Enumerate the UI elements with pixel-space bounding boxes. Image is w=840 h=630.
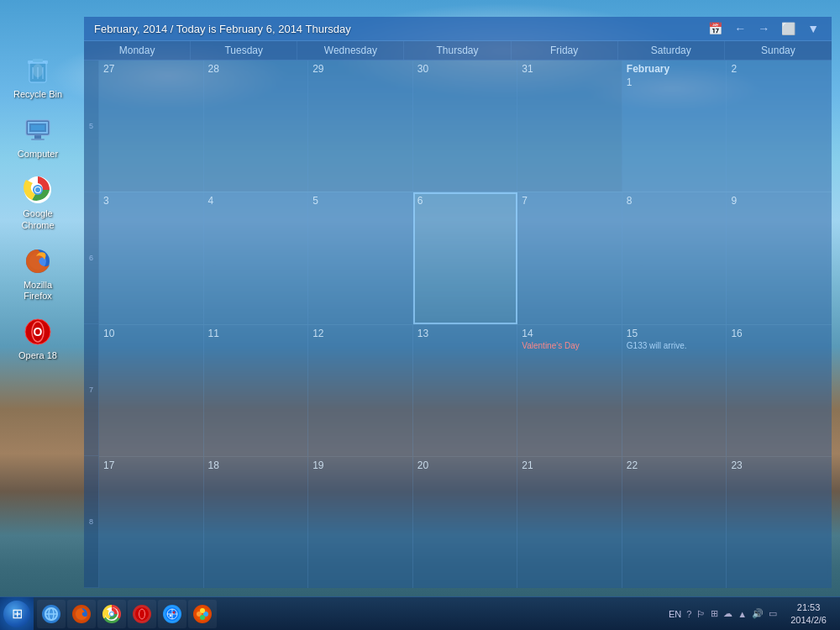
date-feb7: 7: [522, 195, 617, 207]
svg-point-16: [35, 187, 40, 192]
chrome-image: [21, 173, 55, 207]
sys-tray-items: EN ? 🏳 ⊞ ☁ ▲ 🔊 ▭: [665, 608, 780, 619]
date-feb5: 5: [312, 195, 408, 207]
taskbar-firefox[interactable]: [67, 600, 96, 628]
calendar-body: 5 6 7 8 27 28 29 30: [84, 60, 832, 588]
chrome-label: Google Chrome: [12, 208, 64, 230]
calendar-grid-btn[interactable]: 📅: [706, 22, 725, 35]
date-feb22: 22: [627, 459, 722, 471]
week-label-6: 6: [84, 192, 98, 324]
start-button[interactable]: [0, 597, 34, 631]
battery-icon[interactable]: ▭: [769, 608, 777, 619]
cal-cell-feb1[interactable]: February 1: [622, 60, 727, 192]
chrome-icon[interactable]: Google Chrome: [8, 170, 67, 234]
taskbar-chrome-icon: [102, 605, 121, 623]
calendar-header: February, 2014 / Today is February 6, 20…: [84, 17, 832, 41]
february-label: February: [627, 63, 722, 75]
g133-event: G133 will arrive.: [627, 341, 722, 350]
day-header-friday: Friday: [512, 41, 618, 60]
recycle-bin-icon[interactable]: Recycle Bin: [8, 50, 67, 103]
cal-cell-feb10[interactable]: 10: [99, 325, 204, 456]
taskbar-ff-icon: [72, 605, 91, 623]
opera-icon[interactable]: O Opera 18: [8, 312, 67, 365]
cal-cell-jan30[interactable]: 30: [413, 60, 518, 192]
cal-cell-feb23[interactable]: 23: [727, 457, 832, 588]
recycle-bin-image: [21, 54, 55, 87]
cal-cell-feb6[interactable]: 6: [413, 192, 518, 323]
calendar-prev-btn[interactable]: ←: [732, 22, 748, 35]
date-feb1: 1: [627, 76, 722, 88]
cal-cell-feb17[interactable]: 17: [99, 457, 204, 588]
calendar-row-1: 27 28 29 30 31 February 1: [99, 60, 832, 192]
ie-icon: [42, 605, 60, 623]
windows-flag-icon[interactable]: 🏳: [696, 609, 706, 619]
computer-icon[interactable]: Computer: [8, 110, 67, 163]
cal-cell-jan27[interactable]: 27: [99, 60, 204, 192]
network-icon[interactable]: ⊞: [711, 608, 718, 619]
svg-rect-10: [31, 139, 45, 140]
taskbar-safari-icon: [163, 605, 181, 623]
cal-cell-feb13[interactable]: 13: [413, 325, 518, 456]
day-header-tuesday: Tuesday: [191, 41, 297, 60]
volume-icon[interactable]: 🔊: [752, 608, 764, 619]
taskbar-ie[interactable]: [37, 600, 66, 628]
cal-cell-feb21[interactable]: 21: [517, 457, 622, 588]
calendar-widget: February, 2014 / Today is February 6, 20…: [84, 17, 832, 588]
cal-cell-feb2[interactable]: 2: [727, 60, 832, 192]
date-feb11: 11: [208, 328, 304, 339]
cal-cell-feb5[interactable]: 5: [308, 192, 413, 323]
taskbar-extras-btn[interactable]: ▲: [738, 609, 747, 619]
cal-cell-feb19[interactable]: 19: [308, 457, 413, 588]
cal-cell-feb11[interactable]: 11: [204, 325, 309, 456]
cal-cell-feb20[interactable]: 20: [413, 457, 518, 588]
date-jan31: 31: [522, 63, 617, 75]
week-label-5: 5: [84, 60, 98, 192]
calendar-controls: 📅 ← → ⬜ ▼: [706, 22, 822, 35]
taskbar: EN ? 🏳 ⊞ ☁ ▲ 🔊 ▭ 21:53 2014/2/6: [0, 596, 840, 630]
clock-area[interactable]: 21:53 2014/2/6: [784, 601, 833, 626]
date-feb21: 21: [522, 459, 617, 471]
cal-cell-feb16[interactable]: 16: [727, 325, 832, 456]
taskbar-opera[interactable]: [128, 600, 156, 628]
start-orb: [3, 601, 30, 627]
cal-cell-feb3[interactable]: 3: [99, 192, 204, 323]
date-jan27: 27: [103, 63, 199, 75]
svg-point-29: [110, 612, 113, 616]
taskbar-safari[interactable]: [158, 600, 186, 628]
taskbar-chrome[interactable]: [97, 600, 126, 628]
date-feb6: 6: [417, 195, 513, 207]
cal-cell-feb12[interactable]: 12: [308, 325, 413, 456]
firefox-label: Mozilla Firefox: [12, 280, 64, 302]
svg-rect-9: [34, 135, 41, 139]
date-feb14: 14: [522, 328, 617, 339]
cal-cell-feb7[interactable]: 7: [517, 192, 622, 323]
calendar-next-btn[interactable]: →: [755, 22, 772, 35]
cal-cell-jan31[interactable]: 31: [517, 60, 622, 192]
opera-image: O: [21, 315, 55, 349]
date-feb9: 9: [731, 195, 827, 207]
cal-cell-feb9[interactable]: 9: [727, 192, 832, 323]
cal-cell-feb22[interactable]: 22: [622, 457, 727, 588]
help-icon[interactable]: ?: [686, 609, 691, 619]
cal-cell-feb18[interactable]: 18: [204, 457, 309, 588]
svg-point-6: [33, 64, 43, 77]
taskbar-apps: [34, 597, 659, 630]
cal-cell-feb15[interactable]: 15 G133 will arrive.: [622, 325, 727, 456]
firefox-image: [21, 244, 55, 278]
cal-cell-jan29[interactable]: 29: [308, 60, 413, 192]
firefox-icon[interactable]: Mozilla Firefox: [8, 241, 67, 305]
taskbar-extra[interactable]: [188, 600, 217, 628]
date-feb2: 2: [731, 63, 827, 75]
calendar-dropdown-btn[interactable]: ▼: [805, 22, 822, 35]
taskbar-extra-icon: [193, 605, 212, 623]
cal-cell-feb14[interactable]: 14 Valentine's Day: [517, 325, 622, 456]
svg-rect-2: [33, 59, 43, 62]
day-header-thursday: Thursday: [404, 41, 511, 60]
clock-time: 21:53: [797, 601, 821, 613]
cal-cell-feb4[interactable]: 4: [204, 192, 309, 323]
calendar-view-btn[interactable]: ⬜: [779, 22, 798, 35]
cal-cell-feb8[interactable]: 8: [622, 192, 727, 323]
cloud-icon[interactable]: ☁: [723, 608, 732, 619]
cal-cell-jan28[interactable]: 28: [204, 60, 309, 192]
day-header-sunday: Sunday: [725, 41, 832, 60]
